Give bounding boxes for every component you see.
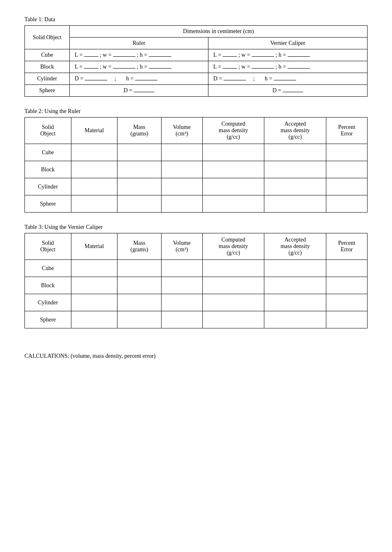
table2-cube-accepted xyxy=(264,144,326,161)
table2-col-mass: Mass(grams) xyxy=(117,117,161,144)
table3-cube-row: Cube xyxy=(25,260,368,277)
table2-cube-object: Cube xyxy=(25,144,71,161)
table2-block-percent xyxy=(326,161,367,178)
calculations-section: CALCULATIONS: (volume, mass density, per… xyxy=(24,353,368,359)
table1-cube-vernier: L = ; w = ; h = xyxy=(208,49,368,61)
table3-cube-material xyxy=(71,260,117,277)
table1-cylinder-row: Cylinder D = ; h = D = ; h = xyxy=(25,73,368,85)
table3-title: Table 3: Using the Vernier Caliper xyxy=(24,224,368,231)
table2-col-percent: PercentError xyxy=(326,117,367,144)
table2-cylinder-object: Cylinder xyxy=(25,178,71,195)
table1-block-row: Block L = ; w = ; h = L = ; w = ; h = xyxy=(25,61,368,73)
table2-cylinder-percent xyxy=(326,178,367,195)
table1-block-vernier: L = ; w = ; h = xyxy=(208,61,368,73)
table2-block-material xyxy=(71,161,117,178)
table1-main-header-row: Solid Object Dimensions in centimeter (c… xyxy=(25,26,368,38)
table2-sphere-row: Sphere xyxy=(25,195,368,213)
table1-ruler-header: Ruler xyxy=(70,38,208,49)
table1-cylinder-ruler: D = ; h = xyxy=(70,73,208,85)
table3-cylinder-material xyxy=(71,294,117,311)
table3-sphere-percent xyxy=(326,311,367,328)
table3-block-mass xyxy=(117,277,161,294)
table2-cylinder-computed xyxy=(202,178,264,195)
table3-cube-percent xyxy=(326,260,367,277)
table2-block-object: Block xyxy=(25,161,71,178)
table3-cube-computed xyxy=(202,260,264,277)
table3-cylinder-object: Cylinder xyxy=(25,294,71,311)
table3-col-computed: Computedmass density(g/cc) xyxy=(202,233,264,260)
table3-col-mass: Mass(grams) xyxy=(117,233,161,260)
table2-cube-row: Cube xyxy=(25,144,368,161)
table1: Solid Object Dimensions in centimeter (c… xyxy=(24,25,368,97)
table3-block-object: Block xyxy=(25,277,71,294)
table2-header-row: SolidObject Material Mass(grams) Volume(… xyxy=(25,117,368,144)
table3-block-accepted xyxy=(264,277,326,294)
table3-block-row: Block xyxy=(25,277,368,294)
table2-cylinder-mass xyxy=(117,178,161,195)
table3-col-material: Material xyxy=(71,233,117,260)
table1-block-ruler: L = ; w = ; h = xyxy=(70,61,208,73)
table2-cube-volume xyxy=(161,144,202,161)
table1-sphere-ruler: D = xyxy=(70,85,208,97)
table1-section: Table 1: Data Solid Object Dimensions in… xyxy=(24,16,368,97)
table2-sphere-accepted xyxy=(264,195,326,213)
table2: SolidObject Material Mass(grams) Volume(… xyxy=(24,117,368,213)
table3-sphere-accepted xyxy=(264,311,326,328)
table1-title: Table 1: Data xyxy=(24,16,368,23)
table3-col-solid-object: SolidObject xyxy=(25,233,71,260)
table1-cube-label: Cube xyxy=(25,49,70,61)
table1-vernier-header: Vernier Caliper xyxy=(208,38,368,49)
table2-col-volume: Volume(cm³) xyxy=(161,117,202,144)
table2-sphere-object: Sphere xyxy=(25,195,71,213)
table2-sphere-volume xyxy=(161,195,202,213)
table1-block-label: Block xyxy=(25,61,70,73)
table2-sphere-mass xyxy=(117,195,161,213)
table3-col-percent: PercentError xyxy=(326,233,367,260)
table1-sphere-label: Sphere xyxy=(25,85,70,97)
table2-cylinder-row: Cylinder xyxy=(25,178,368,195)
table3-block-percent xyxy=(326,277,367,294)
table3-sphere-row: Sphere xyxy=(25,311,368,328)
table3-block-computed xyxy=(202,277,264,294)
table3-sphere-volume xyxy=(161,311,202,328)
table3-cylinder-computed xyxy=(202,294,264,311)
table2-col-solid-object: SolidObject xyxy=(25,117,71,144)
table2-cube-material xyxy=(71,144,117,161)
table2-cube-computed xyxy=(202,144,264,161)
table2-col-material: Material xyxy=(71,117,117,144)
table2-cube-mass xyxy=(117,144,161,161)
table1-dimensions-header: Dimensions in centimeter (cm) xyxy=(70,26,368,38)
table2-col-accepted: Acceptedmass density(g/cc) xyxy=(264,117,326,144)
table2-block-volume xyxy=(161,161,202,178)
table2-sphere-computed xyxy=(202,195,264,213)
table3-block-volume xyxy=(161,277,202,294)
table2-cylinder-volume xyxy=(161,178,202,195)
table3-cylinder-volume xyxy=(161,294,202,311)
calculations-label: CALCULATIONS: (volume, mass density, per… xyxy=(24,353,155,359)
table3-cube-accepted xyxy=(264,260,326,277)
table1-cylinder-label: Cylinder xyxy=(25,73,70,85)
table3-cube-mass xyxy=(117,260,161,277)
table1-cube-ruler: L = ; w = ; h = xyxy=(70,49,208,61)
table2-sphere-material xyxy=(71,195,117,213)
table2-section: Table 2: Using the Ruler SolidObject Mat… xyxy=(24,108,368,213)
table2-block-row: Block xyxy=(25,161,368,178)
table3-sphere-object: Sphere xyxy=(25,311,71,328)
table3-section: Table 3: Using the Vernier Caliper Solid… xyxy=(24,224,368,328)
table3-cube-volume xyxy=(161,260,202,277)
table1-sphere-row: Sphere D = D = xyxy=(25,85,368,97)
table3-sphere-mass xyxy=(117,311,161,328)
table2-col-computed: Computedmass density(g/cc) xyxy=(202,117,264,144)
table1-cylinder-vernier: D = ; h = xyxy=(208,73,368,85)
table3-cylinder-percent xyxy=(326,294,367,311)
table3-col-volume: Volume(cm³) xyxy=(161,233,202,260)
table3-sphere-computed xyxy=(202,311,264,328)
table3: SolidObject Material Mass(grams) Volume(… xyxy=(24,233,368,328)
table3-cylinder-row: Cylinder xyxy=(25,294,368,311)
table3-block-material xyxy=(71,277,117,294)
table2-block-mass xyxy=(117,161,161,178)
table2-cylinder-accepted xyxy=(264,178,326,195)
table1-cube-row: Cube L = ; w = ; h = L = ; w = ; h = xyxy=(25,49,368,61)
table3-cylinder-accepted xyxy=(264,294,326,311)
table3-header-row: SolidObject Material Mass(grams) Volume(… xyxy=(25,233,368,260)
